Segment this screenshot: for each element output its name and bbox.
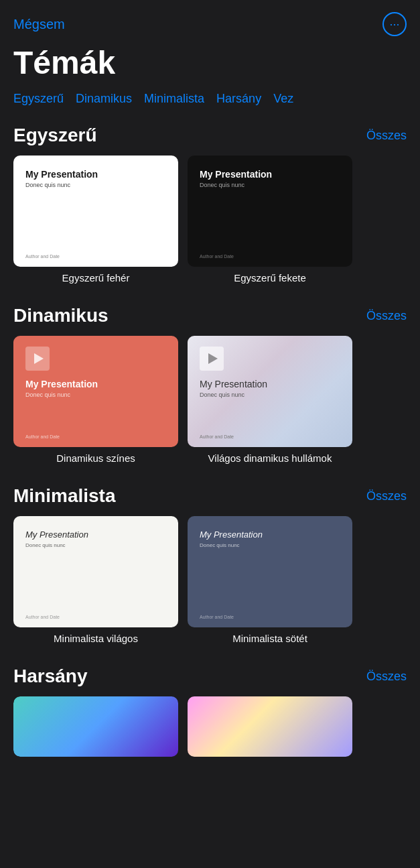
theme-simple-black-thumbnail: My Presentation Donec quis nunc Author a…	[188, 156, 352, 267]
minimalist-dark-title: My Presentation	[200, 530, 340, 540]
theme-minimalist-light-label: Minimalista világos	[54, 633, 138, 644]
simple-black-title: My Presentation	[200, 169, 340, 180]
theme-simple-black-label: Egyszerű fekete	[234, 272, 306, 284]
theme-dynamic-waves-label: Világos dinamikus hullámok	[208, 452, 332, 464]
theme-minimalist-dark-thumbnail: My Presentation Donec quis nunc Author a…	[188, 516, 352, 627]
simple-black-author: Author and Date	[200, 254, 340, 259]
section-minimalista: Minimalista Összes My Presentation Donec…	[0, 477, 420, 658]
header: Mégsem ···	[0, 0, 420, 42]
section-dinamikus: Dinamikus Összes My Presentation Donec q…	[0, 297, 420, 477]
section-egyszerű-title: Egyszerű	[13, 125, 97, 146]
filter-tab-egyszerű[interactable]: Egyszerű	[13, 92, 64, 106]
page-title: Témák	[0, 42, 420, 92]
theme-dynamic-colorful[interactable]: My Presentation Donec quis nunc Author a…	[13, 336, 178, 464]
simple-black-subtitle: Donec quis nunc	[200, 182, 340, 188]
theme-minimalist-light-thumbnail: My Presentation Donec quis nunc Author a…	[13, 516, 178, 627]
dynamic-colorful-title: My Presentation	[25, 379, 166, 389]
play-icon-waves	[200, 347, 224, 371]
theme-minimalist-dark-label: Minimalista sötét	[232, 633, 307, 644]
minimalist-light-title: My Presentation	[25, 530, 166, 540]
dynamic-waves-subtitle: Donec quis nunc	[200, 391, 340, 398]
theme-dynamic-waves[interactable]: My Presentation Donec quis nunc Author a…	[188, 336, 352, 464]
dynamic-waves-author: Author and Date	[200, 434, 234, 439]
cancel-button[interactable]: Mégsem	[13, 17, 65, 32]
harsany-theme-2[interactable]	[188, 696, 352, 757]
section-minimalista-all-button[interactable]: Összes	[366, 489, 407, 503]
section-egyszerű-header: Egyszerű Összes	[13, 125, 407, 146]
theme-dynamic-waves-thumbnail: My Presentation Donec quis nunc Author a…	[188, 336, 352, 447]
section-harsany: Harsány Összes	[0, 658, 420, 770]
section-minimalista-header: Minimalista Összes	[13, 485, 407, 507]
filter-tab-vez[interactable]: Vez	[273, 92, 293, 106]
simple-white-subtitle: Donec quis nunc	[25, 182, 166, 188]
simple-white-title: My Presentation	[25, 169, 166, 180]
minimalist-light-author: Author and Date	[25, 615, 166, 619]
harsany-preview-row	[13, 696, 407, 757]
section-minimalista-themes: My Presentation Donec quis nunc Author a…	[13, 516, 407, 644]
filter-tab-harsany[interactable]: Harsány	[216, 92, 261, 106]
section-egyszerű-themes: My Presentation Donec quis nunc Author a…	[13, 156, 407, 284]
section-dinamikus-themes: My Presentation Donec quis nunc Author a…	[13, 336, 407, 464]
theme-simple-white-thumbnail: My Presentation Donec quis nunc Author a…	[13, 156, 178, 267]
filter-tabs-row: Egyszerű Dinamikus Minimalista Harsány V…	[0, 92, 420, 117]
theme-minimalist-light[interactable]: My Presentation Donec quis nunc Author a…	[13, 516, 178, 644]
filter-tab-minimalista[interactable]: Minimalista	[144, 92, 204, 106]
theme-simple-white[interactable]: My Presentation Donec quis nunc Author a…	[13, 156, 178, 284]
theme-dynamic-colorful-thumbnail: My Presentation Donec quis nunc Author a…	[13, 336, 178, 447]
section-harsany-all-button[interactable]: Összes	[366, 670, 407, 684]
dynamic-waves-title: My Presentation	[200, 379, 340, 389]
theme-simple-black[interactable]: My Presentation Donec quis nunc Author a…	[188, 156, 352, 284]
section-harsany-header: Harsány Összes	[13, 666, 407, 687]
section-dinamikus-title: Dinamikus	[13, 305, 109, 326]
minimalist-light-subtitle: Donec quis nunc	[25, 542, 166, 548]
dynamic-colorful-author: Author and Date	[25, 434, 60, 439]
section-harsany-title: Harsány	[13, 666, 88, 687]
more-options-button[interactable]: ···	[382, 12, 407, 36]
filter-tab-dinamikus[interactable]: Dinamikus	[76, 92, 132, 106]
more-icon: ···	[389, 17, 399, 32]
simple-white-author: Author and Date	[25, 254, 166, 259]
section-egyszerű: Egyszerű Összes My Presentation Donec qu…	[0, 117, 420, 297]
theme-minimalist-dark[interactable]: My Presentation Donec quis nunc Author a…	[188, 516, 352, 644]
section-dinamikus-header: Dinamikus Összes	[13, 305, 407, 326]
harsany-theme-1[interactable]	[13, 696, 178, 757]
dynamic-colorful-subtitle: Donec quis nunc	[25, 391, 166, 398]
play-icon-colorful	[25, 347, 50, 371]
section-dinamikus-all-button[interactable]: Összes	[366, 309, 407, 323]
section-egyszerű-all-button[interactable]: Összes	[366, 129, 407, 143]
minimalist-dark-author: Author and Date	[200, 615, 340, 619]
theme-dynamic-colorful-label: Dinamikus színes	[56, 452, 135, 464]
minimalist-dark-subtitle: Donec quis nunc	[200, 542, 340, 548]
section-minimalista-title: Minimalista	[13, 485, 115, 507]
theme-simple-white-label: Egyszerű fehér	[62, 272, 130, 284]
